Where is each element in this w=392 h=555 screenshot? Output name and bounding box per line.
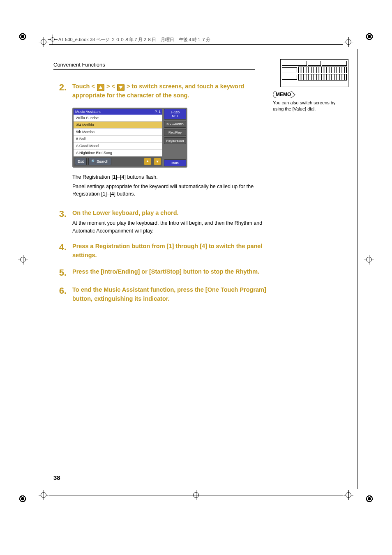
step-paragraph: The Registration [1]–[4] buttons flash.	[72, 173, 267, 181]
trim-line	[357, 49, 357, 489]
step-2: 2. Touch < > < > to switch screens, and …	[53, 82, 267, 100]
crosshair-icon	[39, 37, 48, 47]
tab-registration[interactable]: Registration	[164, 137, 186, 144]
step-6: 6. To end the Music Assistant function, …	[53, 286, 267, 304]
step-3: 3. On the Lower keyboard, play a chord. …	[53, 209, 267, 235]
list-item[interactable]: 2Killa Sunrise	[74, 115, 162, 122]
svg-marker-3	[156, 161, 159, 163]
up-arrow-icon	[97, 84, 104, 91]
step-4: 4. Press a Registration button from [1] …	[53, 242, 267, 260]
crosshair-icon	[344, 490, 353, 500]
step-heading: Press a Registration button from [1] thr…	[72, 242, 267, 260]
trim-line	[49, 495, 343, 495]
step-heading: To end the Music Assistant function, pre…	[72, 286, 267, 304]
down-arrow-icon	[117, 84, 125, 91]
memo-text: You can also switch screens by using the…	[273, 100, 347, 113]
list-item[interactable]: A Nighttime Bird Song	[74, 150, 162, 157]
list-item[interactable]: 8-Ball!	[74, 136, 162, 143]
ss-title: Music Assistant	[75, 110, 101, 114]
exit-button[interactable]: Exit	[75, 158, 87, 165]
list-item[interactable]: A Good Mood	[74, 143, 162, 150]
page-number: 38	[53, 474, 60, 481]
tempo-display: ♩=120 M: 1	[164, 109, 186, 120]
up-arrow-button[interactable]	[144, 158, 151, 165]
section-rule	[53, 69, 255, 70]
crosshair-icon	[364, 255, 374, 265]
down-arrow-button[interactable]	[154, 158, 161, 165]
step-paragraph: Panel settings appropriate for the keywo…	[72, 183, 267, 198]
step-heading: On the Lower keyboard, play a chord.	[72, 209, 267, 218]
section-title: Convenient Functions	[53, 62, 267, 68]
step-paragraph: At the moment you play the keyboard, the…	[72, 219, 267, 235]
list-item[interactable]: 5th Mambo	[74, 129, 162, 136]
list-item-selected[interactable]: 3/4 Matilda	[74, 122, 162, 129]
tab-rec-play[interactable]: Rec/Play	[164, 129, 186, 136]
step-number: 2.	[53, 82, 67, 100]
svg-marker-2	[146, 160, 149, 162]
step-number: 3.	[53, 209, 67, 235]
music-assistant-screenshot: Music Assistant P. 1 2Killa Sunrise 3/4 …	[72, 108, 187, 168]
header-text: AT-500_e.book 38 ページ ２００８年７月２８日 月曜日 午後４時…	[58, 37, 210, 43]
trim-line	[49, 44, 343, 45]
registration-mark	[18, 32, 27, 41]
step-number: 5.	[53, 267, 67, 278]
magnify-icon: 🔍	[91, 159, 96, 164]
step-heading: Press the [Intro/Ending] or [Start/Stop]…	[72, 267, 267, 276]
registration-mark	[365, 32, 374, 41]
registration-mark	[365, 494, 374, 503]
crosshair-icon	[39, 490, 48, 500]
step-number: 4.	[53, 242, 67, 260]
svg-marker-1	[119, 86, 122, 89]
registration-mark	[18, 494, 27, 503]
memo-block: MEMO You can also switch screens by usin…	[273, 90, 347, 113]
search-button[interactable]: 🔍 Search	[88, 158, 111, 165]
tab-sound-kbd[interactable]: Sound/KBD	[164, 121, 186, 128]
crosshair-icon	[18, 255, 28, 265]
step-5: 5. Press the [Intro/Ending] or [Start/St…	[53, 267, 267, 278]
memo-label: MEMO	[273, 91, 294, 98]
organ-panel-diagram	[280, 59, 348, 87]
step-heading: Touch < > < > to switch screens, and tou…	[72, 82, 267, 100]
svg-marker-0	[99, 86, 102, 89]
tab-main[interactable]: Main	[164, 159, 186, 166]
step-number: 6.	[53, 286, 67, 304]
crosshair-icon	[344, 37, 353, 47]
ss-page: P. 1	[154, 110, 161, 114]
book-header: AT-500_e.book 38 ページ ２００８年７月２８日 月曜日 午後４時…	[49, 36, 210, 43]
